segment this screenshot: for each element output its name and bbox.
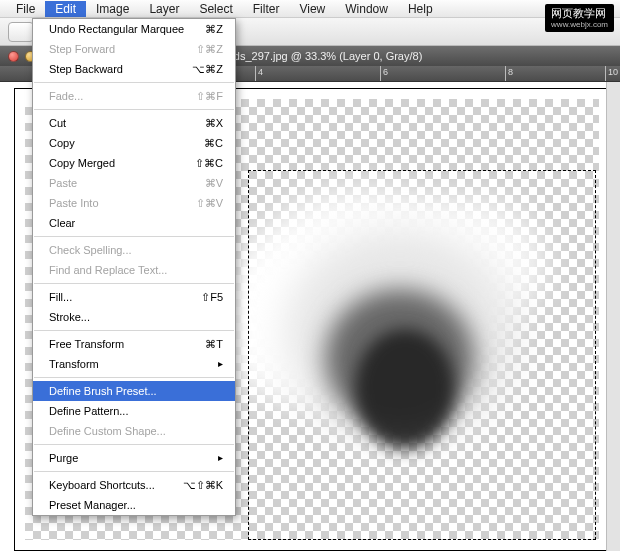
- menu-item-paste-into: Paste Into⇧⌘V: [33, 193, 235, 213]
- menu-item-free-transform[interactable]: Free Transform⌘T: [33, 334, 235, 354]
- menu-item-label: Define Brush Preset...: [49, 383, 157, 399]
- document-title: clouds_297.jpg @ 33.3% (Layer 0, Gray/8): [214, 50, 423, 62]
- menu-separator: [34, 377, 234, 378]
- menu-filter[interactable]: Filter: [243, 1, 290, 17]
- menu-item-fill[interactable]: Fill...⇧F5: [33, 287, 235, 307]
- menu-item-fade: Fade...⇧⌘F: [33, 86, 235, 106]
- menu-item-label: Copy Merged: [49, 155, 115, 171]
- menu-item-shortcut: ⌥⇧⌘K: [183, 477, 223, 493]
- menu-view[interactable]: View: [289, 1, 335, 17]
- menu-item-shortcut: ⌥⌘Z: [192, 61, 223, 77]
- vertical-scrollbar[interactable]: [606, 82, 620, 551]
- menu-item-undo-rectangular-marquee[interactable]: Undo Rectangular Marquee⌘Z: [33, 19, 235, 39]
- watermark-main: 网页教学网: [551, 7, 606, 19]
- menu-item-label: Define Custom Shape...: [49, 423, 166, 439]
- menu-image[interactable]: Image: [86, 1, 139, 17]
- menu-item-shortcut: ⌘X: [205, 115, 223, 131]
- menu-item-shortcut: ⇧⌘F: [196, 88, 223, 104]
- ruler-label: 6: [383, 67, 388, 77]
- menu-item-step-backward[interactable]: Step Backward⌥⌘Z: [33, 59, 235, 79]
- menu-item-find-and-replace-text: Find and Replace Text...: [33, 260, 235, 280]
- menu-item-shortcut: ⇧⌘C: [195, 155, 223, 171]
- menu-item-purge[interactable]: Purge: [33, 448, 235, 468]
- menu-item-label: Paste: [49, 175, 77, 191]
- menu-item-label: Transform: [49, 356, 99, 372]
- menu-separator: [34, 82, 234, 83]
- menu-layer[interactable]: Layer: [139, 1, 189, 17]
- menu-separator: [34, 283, 234, 284]
- ruler-label: 8: [508, 67, 513, 77]
- menu-item-label: Fade...: [49, 88, 83, 104]
- menu-separator: [34, 471, 234, 472]
- watermark-sub: www.webjx.com: [551, 21, 608, 29]
- menu-window[interactable]: Window: [335, 1, 398, 17]
- menu-item-transform[interactable]: Transform: [33, 354, 235, 374]
- menu-item-shortcut: ⇧⌘V: [196, 195, 223, 211]
- menu-item-label: Find and Replace Text...: [49, 262, 167, 278]
- menu-item-shortcut: ⌘V: [205, 175, 223, 191]
- menu-separator: [34, 444, 234, 445]
- selection-marquee: [248, 170, 596, 540]
- menu-item-copy-merged[interactable]: Copy Merged⇧⌘C: [33, 153, 235, 173]
- menu-item-define-pattern[interactable]: Define Pattern...: [33, 401, 235, 421]
- menu-item-label: Fill...: [49, 289, 72, 305]
- menu-item-label: Copy: [49, 135, 75, 151]
- menu-item-shortcut: ⌘Z: [205, 21, 223, 37]
- menu-item-label: Purge: [49, 450, 78, 466]
- menu-item-shortcut: ⌘C: [204, 135, 223, 151]
- menu-item-define-custom-shape: Define Custom Shape...: [33, 421, 235, 441]
- menu-item-clear[interactable]: Clear: [33, 213, 235, 233]
- menu-item-copy[interactable]: Copy⌘C: [33, 133, 235, 153]
- menu-separator: [34, 330, 234, 331]
- menu-item-label: Keyboard Shortcuts...: [49, 477, 155, 493]
- menu-item-label: Free Transform: [49, 336, 124, 352]
- menu-item-label: Cut: [49, 115, 66, 131]
- menu-item-label: Define Pattern...: [49, 403, 129, 419]
- menu-item-label: Step Forward: [49, 41, 115, 57]
- ruler-label: 10: [608, 67, 618, 77]
- menu-edit[interactable]: Edit: [45, 1, 86, 17]
- menu-item-cut[interactable]: Cut⌘X: [33, 113, 235, 133]
- menu-item-label: Paste Into: [49, 195, 99, 211]
- ruler-label: 4: [258, 67, 263, 77]
- menu-item-keyboard-shortcuts[interactable]: Keyboard Shortcuts...⌥⇧⌘K: [33, 475, 235, 495]
- menu-select[interactable]: Select: [189, 1, 242, 17]
- menu-item-shortcut: ⇧F5: [201, 289, 223, 305]
- menu-item-shortcut: ⌘T: [205, 336, 223, 352]
- menu-item-label: Clear: [49, 215, 75, 231]
- edit-menu-dropdown: Undo Rectangular Marquee⌘ZStep Forward⇧⌘…: [32, 18, 236, 516]
- menu-item-label: Check Spelling...: [49, 242, 132, 258]
- menu-item-define-brush-preset[interactable]: Define Brush Preset...: [33, 381, 235, 401]
- app-menubar: FileEditImageLayerSelectFilterViewWindow…: [0, 0, 620, 18]
- tool-preset-button[interactable]: [8, 22, 34, 42]
- close-window-button[interactable]: [8, 51, 19, 62]
- menu-item-label: Stroke...: [49, 309, 90, 325]
- menu-item-label: Step Backward: [49, 61, 123, 77]
- menu-item-label: Undo Rectangular Marquee: [49, 21, 184, 37]
- menu-help[interactable]: Help: [398, 1, 443, 17]
- menu-file[interactable]: File: [6, 1, 45, 17]
- menu-item-stroke[interactable]: Stroke...: [33, 307, 235, 327]
- menu-item-preset-manager[interactable]: Preset Manager...: [33, 495, 235, 515]
- menu-separator: [34, 109, 234, 110]
- menu-item-step-forward: Step Forward⇧⌘Z: [33, 39, 235, 59]
- menu-item-check-spelling: Check Spelling...: [33, 240, 235, 260]
- menu-item-label: Preset Manager...: [49, 497, 136, 513]
- watermark: 网页教学网 www.webjx.com: [545, 4, 614, 32]
- menu-item-shortcut: ⇧⌘Z: [196, 41, 223, 57]
- menu-item-paste: Paste⌘V: [33, 173, 235, 193]
- menu-separator: [34, 236, 234, 237]
